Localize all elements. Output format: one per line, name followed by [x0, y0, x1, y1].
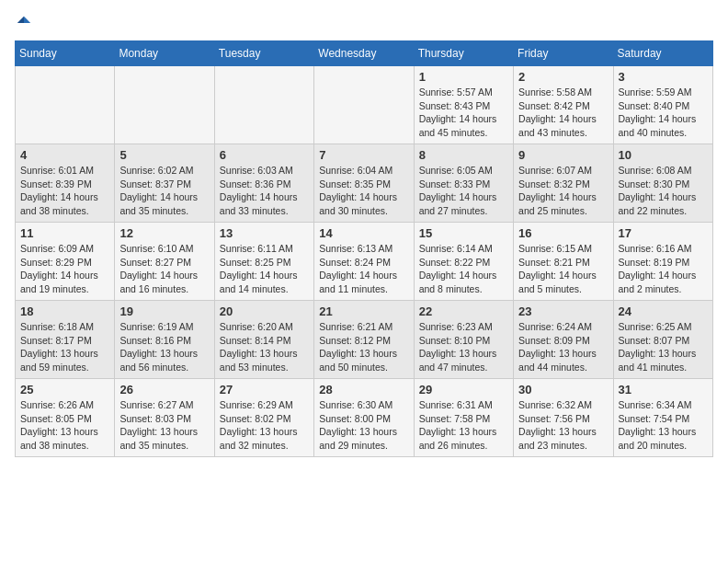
day-number: 3 [619, 70, 708, 84]
day-number: 12 [119, 226, 209, 240]
day-number: 8 [419, 148, 508, 162]
day-of-week-header: Tuesday [214, 41, 313, 66]
calendar-day-cell: 4Sunrise: 6:01 AMSunset: 8:39 PMDaylight… [16, 144, 115, 223]
day-number: 21 [319, 304, 408, 318]
calendar-day-cell: 29Sunrise: 6:31 AMSunset: 7:58 PMDayligh… [414, 379, 513, 457]
calendar-day-cell [314, 66, 414, 144]
calendar-day-cell: 27Sunrise: 6:29 AMSunset: 8:02 PMDayligh… [214, 379, 313, 457]
calendar-day-cell: 23Sunrise: 6:24 AMSunset: 8:09 PMDayligh… [514, 301, 613, 379]
calendar-day-cell: 18Sunrise: 6:18 AMSunset: 8:17 PMDayligh… [16, 301, 115, 379]
calendar-week-row: 25Sunrise: 6:26 AMSunset: 8:05 PMDayligh… [16, 379, 713, 457]
day-info: Sunrise: 6:14 AMSunset: 8:22 PMDaylight:… [419, 242, 508, 296]
day-number: 19 [119, 304, 209, 318]
calendar-week-row: 4Sunrise: 6:01 AMSunset: 8:39 PMDaylight… [16, 144, 713, 223]
day-info: Sunrise: 6:23 AMSunset: 8:10 PMDaylight:… [419, 320, 508, 374]
day-number: 23 [518, 304, 608, 318]
day-info: Sunrise: 6:16 AMSunset: 8:19 PMDaylight:… [619, 242, 708, 296]
day-info: Sunrise: 6:09 AMSunset: 8:29 PMDaylight:… [20, 242, 109, 296]
day-number: 15 [419, 226, 508, 240]
day-number: 31 [619, 383, 708, 396]
day-info: Sunrise: 5:58 AMSunset: 8:42 PMDaylight:… [518, 86, 608, 140]
day-of-week-header: Sunday [16, 41, 115, 66]
day-number: 25 [20, 383, 109, 396]
day-info: Sunrise: 6:04 AMSunset: 8:35 PMDaylight:… [319, 164, 408, 218]
day-info: Sunrise: 6:24 AMSunset: 8:09 PMDaylight:… [518, 320, 608, 374]
day-number: 24 [619, 304, 708, 318]
day-number: 4 [20, 148, 109, 162]
day-of-week-header: Friday [514, 41, 613, 66]
day-number: 27 [220, 383, 309, 396]
calendar-day-cell: 31Sunrise: 6:34 AMSunset: 7:54 PMDayligh… [613, 379, 712, 457]
day-info: Sunrise: 6:26 AMSunset: 8:05 PMDaylight:… [20, 398, 109, 453]
day-info: Sunrise: 5:59 AMSunset: 8:40 PMDaylight:… [619, 86, 708, 140]
calendar-day-cell: 2Sunrise: 5:58 AMSunset: 8:42 PMDaylight… [514, 66, 613, 144]
day-number: 30 [518, 383, 608, 396]
calendar-day-cell: 15Sunrise: 6:14 AMSunset: 8:22 PMDayligh… [414, 223, 513, 301]
logo [15, 15, 32, 31]
day-info: Sunrise: 6:27 AMSunset: 8:03 PMDaylight:… [119, 398, 209, 453]
calendar-week-row: 18Sunrise: 6:18 AMSunset: 8:17 PMDayligh… [16, 301, 713, 379]
calendar-day-cell: 7Sunrise: 6:04 AMSunset: 8:35 PMDaylight… [314, 144, 414, 223]
calendar-day-cell: 14Sunrise: 6:13 AMSunset: 8:24 PMDayligh… [314, 223, 414, 301]
day-number: 22 [419, 304, 508, 318]
day-info: Sunrise: 6:18 AMSunset: 8:17 PMDaylight:… [20, 320, 109, 374]
day-number: 11 [20, 226, 109, 240]
day-number: 1 [419, 70, 508, 84]
calendar-day-cell: 6Sunrise: 6:03 AMSunset: 8:36 PMDaylight… [214, 144, 313, 223]
day-info: Sunrise: 6:03 AMSunset: 8:36 PMDaylight:… [220, 164, 309, 218]
calendar-day-cell: 1Sunrise: 5:57 AMSunset: 8:43 PMDaylight… [414, 66, 513, 144]
calendar-day-cell: 24Sunrise: 6:25 AMSunset: 8:07 PMDayligh… [613, 301, 712, 379]
calendar-day-cell [214, 66, 313, 144]
logo-icon [16, 15, 32, 31]
calendar-week-row: 11Sunrise: 6:09 AMSunset: 8:29 PMDayligh… [16, 223, 713, 301]
day-info: Sunrise: 6:15 AMSunset: 8:21 PMDaylight:… [518, 242, 608, 296]
day-number: 14 [319, 226, 408, 240]
day-of-week-header: Thursday [414, 41, 513, 66]
calendar-day-cell: 12Sunrise: 6:10 AMSunset: 8:27 PMDayligh… [115, 223, 214, 301]
day-number: 7 [319, 148, 408, 162]
day-number: 16 [518, 226, 608, 240]
calendar-day-cell [16, 66, 115, 144]
calendar-day-cell: 26Sunrise: 6:27 AMSunset: 8:03 PMDayligh… [115, 379, 214, 457]
day-number: 29 [419, 383, 508, 396]
day-info: Sunrise: 6:21 AMSunset: 8:12 PMDaylight:… [319, 320, 408, 374]
day-number: 26 [119, 383, 209, 396]
day-number: 20 [220, 304, 309, 318]
calendar-day-cell: 5Sunrise: 6:02 AMSunset: 8:37 PMDaylight… [115, 144, 214, 223]
day-info: Sunrise: 6:32 AMSunset: 7:56 PMDaylight:… [518, 398, 608, 453]
day-info: Sunrise: 6:01 AMSunset: 8:39 PMDaylight:… [20, 164, 109, 218]
day-number: 13 [220, 226, 309, 240]
day-info: Sunrise: 6:29 AMSunset: 8:02 PMDaylight:… [220, 398, 309, 453]
calendar-day-cell: 11Sunrise: 6:09 AMSunset: 8:29 PMDayligh… [16, 223, 115, 301]
calendar-day-cell: 16Sunrise: 6:15 AMSunset: 8:21 PMDayligh… [514, 223, 613, 301]
day-info: Sunrise: 6:20 AMSunset: 8:14 PMDaylight:… [220, 320, 309, 374]
calendar-day-cell: 9Sunrise: 6:07 AMSunset: 8:32 PMDaylight… [514, 144, 613, 223]
page-header [15, 15, 713, 31]
day-info: Sunrise: 6:07 AMSunset: 8:32 PMDaylight:… [518, 164, 608, 218]
day-number: 17 [619, 226, 708, 240]
day-of-week-header: Wednesday [314, 41, 414, 66]
day-number: 10 [619, 148, 708, 162]
day-number: 5 [119, 148, 209, 162]
day-number: 6 [220, 148, 309, 162]
calendar-week-row: 1Sunrise: 5:57 AMSunset: 8:43 PMDaylight… [16, 66, 713, 144]
calendar-day-cell: 28Sunrise: 6:30 AMSunset: 8:00 PMDayligh… [314, 379, 414, 457]
calendar-day-cell: 30Sunrise: 6:32 AMSunset: 7:56 PMDayligh… [514, 379, 613, 457]
calendar-day-cell: 13Sunrise: 6:11 AMSunset: 8:25 PMDayligh… [214, 223, 313, 301]
calendar-day-cell: 3Sunrise: 5:59 AMSunset: 8:40 PMDaylight… [613, 66, 712, 144]
day-info: Sunrise: 6:31 AMSunset: 7:58 PMDaylight:… [419, 398, 508, 453]
day-number: 18 [20, 304, 109, 318]
day-info: Sunrise: 6:30 AMSunset: 8:00 PMDaylight:… [319, 398, 408, 453]
svg-marker-0 [24, 17, 30, 23]
calendar-day-cell: 20Sunrise: 6:20 AMSunset: 8:14 PMDayligh… [214, 301, 313, 379]
day-info: Sunrise: 6:25 AMSunset: 8:07 PMDaylight:… [619, 320, 708, 374]
day-of-week-header: Monday [115, 41, 214, 66]
day-number: 2 [518, 70, 608, 84]
calendar-day-cell: 25Sunrise: 6:26 AMSunset: 8:05 PMDayligh… [16, 379, 115, 457]
calendar-day-cell: 21Sunrise: 6:21 AMSunset: 8:12 PMDayligh… [314, 301, 414, 379]
day-number: 28 [319, 383, 408, 396]
day-info: Sunrise: 6:13 AMSunset: 8:24 PMDaylight:… [319, 242, 408, 296]
day-of-week-header: Saturday [613, 41, 712, 66]
calendar-day-cell: 8Sunrise: 6:05 AMSunset: 8:33 PMDaylight… [414, 144, 513, 223]
day-info: Sunrise: 6:08 AMSunset: 8:30 PMDaylight:… [619, 164, 708, 218]
